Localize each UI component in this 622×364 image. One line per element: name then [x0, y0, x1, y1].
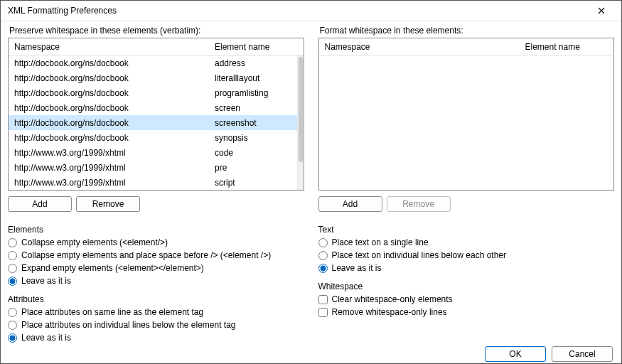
format-buttons: Add Remove	[318, 196, 615, 212]
option-label: Place attributes on same line as the ele…	[21, 307, 203, 317]
preserve-buttons: Add Remove	[8, 196, 304, 212]
option-row[interactable]: Expand empty elements (<element></elemen…	[8, 262, 304, 274]
option-row[interactable]: Leave as it is	[318, 262, 615, 274]
option-row[interactable]: Leave as it is	[8, 331, 304, 344]
radio-input[interactable]	[8, 238, 17, 247]
cell-element-name: address	[215, 58, 304, 68]
cell-namespace: http://www.w3.org/1999/xhtml	[14, 163, 215, 173]
preserve-label: Preserve whitespace in these elements (v…	[9, 26, 304, 36]
option-row[interactable]: Clear whitespace-only elements	[318, 293, 615, 306]
option-label: Leave as it is	[332, 263, 382, 273]
option-label: Place text on individual lines below eac…	[332, 250, 506, 260]
cell-element-name: screen	[215, 103, 304, 113]
scrollbar[interactable]	[297, 55, 304, 190]
option-row[interactable]: Collapse empty elements (<element/>)	[8, 236, 304, 249]
checkbox-input[interactable]	[318, 308, 328, 317]
cell-namespace: http://docbook.org/ns/docbook	[14, 103, 215, 113]
titlebar: XML Formatting Preferences	[1, 1, 621, 21]
option-row[interactable]: Remove whitespace-only lines	[318, 306, 615, 318]
option-label: Expand empty elements (<element></elemen…	[21, 263, 204, 273]
cell-namespace: http://docbook.org/ns/docbook	[14, 58, 215, 68]
format-label: Format whitespace in these elements:	[320, 26, 615, 36]
cell-element-name: pre	[215, 163, 304, 173]
cell-namespace: http://www.w3.org/1999/xhtml	[14, 178, 215, 188]
remove-preserve-button[interactable]: Remove	[76, 196, 140, 212]
table-row[interactable]: http://docbook.org/ns/docbookscreen	[9, 100, 304, 115]
cell-element-name: screenshot	[215, 118, 304, 128]
remove-format-button[interactable]: Remove	[387, 196, 451, 212]
cell-namespace: http://docbook.org/ns/docbook	[14, 73, 215, 83]
scrollbar-thumb[interactable]	[299, 57, 303, 162]
radio-input[interactable]	[318, 238, 328, 247]
text-group-title: Text	[318, 225, 615, 235]
option-label: Place text on a single line	[332, 237, 429, 247]
left-column: Preserve whitespace in these elements (v…	[8, 26, 304, 344]
cell-namespace: http://www.w3.org/1999/xhtml	[14, 148, 215, 158]
table-row[interactable]: http://docbook.org/ns/docbookliteralllay…	[9, 70, 304, 85]
option-label: Collapse empty elements (<element/>)	[21, 237, 168, 247]
table-row[interactable]: http://docbook.org/ns/docbooksynopsis	[9, 130, 304, 145]
option-label: Leave as it is	[21, 333, 71, 343]
radio-input[interactable]	[8, 251, 17, 260]
table-row[interactable]: http://www.w3.org/1999/xhtmlscript	[9, 175, 304, 190]
attributes-options: Place attributes on same line as the ele…	[8, 306, 304, 344]
cell-element-name: literalllayout	[215, 73, 304, 83]
radio-input[interactable]	[8, 308, 17, 317]
col-namespace[interactable]: Namespace	[13, 42, 213, 52]
elements-group-title: Elements	[8, 225, 304, 235]
cell-namespace: http://docbook.org/ns/docbook	[14, 133, 215, 143]
option-label: Clear whitespace-only elements	[332, 294, 453, 304]
cell-element-name: script	[215, 178, 304, 188]
radio-input[interactable]	[318, 264, 328, 273]
cell-namespace: http://docbook.org/ns/docbook	[14, 118, 215, 128]
option-row[interactable]: Place text on a single line	[318, 236, 615, 249]
add-format-button[interactable]: Add	[318, 196, 382, 212]
option-row[interactable]: Place attributes on same line as the ele…	[8, 306, 304, 318]
table-row[interactable]: http://docbook.org/ns/docbookaddress	[9, 55, 304, 70]
cell-namespace: http://docbook.org/ns/docbook	[14, 88, 215, 98]
whitespace-options: Clear whitespace-only elementsRemove whi…	[318, 293, 615, 318]
option-row[interactable]: Leave as it is	[8, 274, 304, 287]
format-table-header: Namespace Element name	[319, 38, 614, 55]
elements-options: Collapse empty elements (<element/>)Coll…	[8, 236, 304, 287]
ok-button[interactable]: OK	[485, 346, 546, 362]
table-row[interactable]: http://www.w3.org/1999/xhtmlpre	[9, 160, 304, 175]
dialog-footer: OK Cancel	[1, 344, 621, 363]
dialog-window: XML Formatting Preferences Preserve whit…	[0, 0, 622, 364]
cell-element-name: synopsis	[215, 133, 304, 143]
dialog-title: XML Formatting Preferences	[8, 6, 587, 16]
preserve-table-body: http://docbook.org/ns/docbookaddresshttp…	[9, 55, 304, 191]
table-row[interactable]: http://www.w3.org/1999/xhtmlcode	[9, 145, 304, 160]
format-table-body	[319, 55, 614, 191]
format-table[interactable]: Namespace Element name	[318, 38, 615, 191]
radio-input[interactable]	[8, 264, 17, 273]
col-element-name[interactable]: Element name	[213, 42, 304, 52]
col-element-name[interactable]: Element name	[524, 42, 614, 52]
col-namespace[interactable]: Namespace	[323, 42, 524, 52]
preserve-table[interactable]: Namespace Element name http://docbook.or…	[8, 38, 304, 191]
right-column: Format whitespace in these elements: Nam…	[318, 26, 615, 344]
radio-input[interactable]	[8, 321, 17, 330]
cancel-button[interactable]: Cancel	[552, 346, 613, 362]
close-button[interactable]	[587, 1, 616, 21]
table-row[interactable]: http://docbook.org/ns/docbookprogramlist…	[9, 85, 304, 100]
option-label: Leave as it is	[21, 276, 71, 286]
whitespace-group-title: Whitespace	[318, 282, 615, 291]
checkbox-input[interactable]	[318, 295, 328, 304]
option-label: Remove whitespace-only lines	[332, 307, 447, 317]
option-row[interactable]: Place attributes on individual lines bel…	[8, 318, 304, 331]
option-row[interactable]: Collapse empty elements and place space …	[8, 249, 304, 262]
radio-input[interactable]	[318, 251, 328, 260]
table-row[interactable]: http://www.w3.org/1999/xhtmlstyle	[9, 190, 304, 191]
attributes-group-title: Attributes	[8, 294, 304, 304]
radio-input[interactable]	[8, 333, 17, 343]
table-row[interactable]: http://docbook.org/ns/docbookscreenshot	[9, 115, 304, 130]
preserve-table-header: Namespace Element name	[9, 38, 304, 55]
radio-input[interactable]	[8, 277, 17, 286]
cell-element-name: code	[215, 148, 304, 158]
close-icon	[598, 7, 605, 14]
add-preserve-button[interactable]: Add	[8, 196, 72, 212]
text-options: Place text on a single linePlace text on…	[318, 236, 615, 274]
cell-element-name: programlisting	[215, 88, 304, 98]
option-row[interactable]: Place text on individual lines below eac…	[318, 249, 615, 262]
